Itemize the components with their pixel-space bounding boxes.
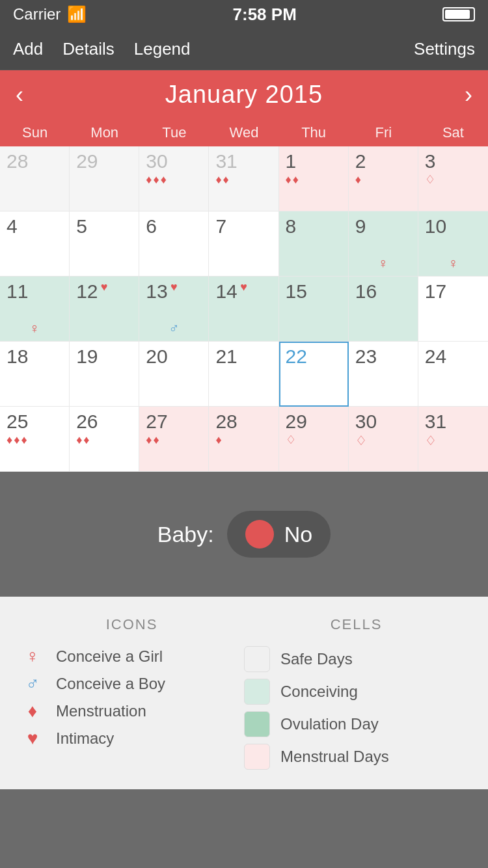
menstruation-drop-icon: ♦ [146, 434, 152, 446]
calendar-cell[interactable]: 18 [0, 342, 70, 407]
legend-icon-label: Intimacy [56, 729, 114, 748]
menstruation-drop-icon: ♦ [7, 434, 12, 446]
legend-cell-item: Ovulation Day [244, 711, 468, 737]
status-left: Carrier 📶 [13, 5, 87, 23]
calendar-cell[interactable]: 29♢ [279, 407, 349, 472]
calendar-cell[interactable]: 7 [209, 211, 278, 277]
female-gender-icon: ♀ [378, 255, 389, 272]
day-number: 28 [215, 412, 271, 431]
calendar-cell[interactable]: 28♦ [209, 407, 278, 472]
calendar-cell[interactable]: 3♢ [418, 146, 488, 211]
calendar-cell[interactable]: 9♀ [349, 211, 418, 277]
baby-section: Baby: No [0, 472, 488, 597]
menstruation-drop-icon: ♦ [76, 434, 82, 446]
day-number: 19 [76, 347, 132, 366]
calendar-cell[interactable]: 31♦♦ [209, 146, 278, 211]
day-number: 30 [146, 152, 202, 171]
calendar-cell[interactable]: 2♦ [349, 146, 418, 211]
calendar-cell[interactable]: 25♦♦♦ [0, 407, 70, 472]
calendar-cell[interactable]: 6 [139, 211, 209, 277]
day-number: 29 [286, 412, 342, 431]
menstruation-drop-icon: ♦ [14, 434, 20, 446]
details-button[interactable]: Details [62, 39, 114, 59]
legend-cell-item: Conceiving [244, 679, 468, 705]
day-number: 11 [7, 282, 62, 301]
calendar-cell[interactable]: 22 [279, 342, 349, 407]
legend-icon-label: Conceive a Girl [56, 647, 163, 666]
calendar-grid: 282930♦♦♦31♦♦1♦♦2♦3♢456789♀10♀11♀♥12♥13♂… [0, 146, 488, 472]
day-number: 15 [286, 282, 342, 301]
day-number: 24 [425, 347, 481, 366]
calendar-cell[interactable]: 23 [349, 342, 418, 407]
day-wed: Wed [209, 119, 278, 146]
day-number: 22 [286, 347, 342, 366]
next-month-button[interactable]: › [465, 81, 472, 109]
day-sun: Sun [0, 119, 70, 146]
calendar-cell[interactable]: 8 [279, 211, 349, 277]
calendar-cell[interactable]: 27♦♦ [139, 407, 209, 472]
calendar-cell[interactable]: 11♀ [0, 277, 70, 342]
calendar-cell[interactable]: ♥13♂ [139, 277, 209, 342]
calendar-cell[interactable]: 24 [418, 342, 488, 407]
menstruation-drop-icon: ♦ [215, 174, 221, 185]
legend-male-icon: ♂ [20, 673, 46, 694]
legend-cell-swatch [244, 646, 270, 672]
menstruation-drop-icon: ♢ [286, 434, 296, 446]
day-number: 31 [215, 152, 271, 171]
calendar-cell[interactable]: 4 [0, 211, 70, 277]
status-time: 7:58 PM [233, 5, 297, 25]
calendar-cell[interactable]: 17 [418, 277, 488, 342]
menstruation-drop-icon: ♦ [153, 434, 159, 446]
calendar-cell[interactable]: 5 [70, 211, 139, 277]
day-number: 16 [355, 282, 411, 301]
legend-icon-item: ♥Intimacy [20, 728, 244, 749]
legend-cell-swatch [244, 711, 270, 737]
calendar-cell[interactable]: ♥12 [70, 277, 139, 342]
day-number: 2 [355, 152, 411, 171]
legend-icon-item: ♀Conceive a Girl [20, 646, 244, 667]
legend-cell-label: Conceiving [280, 683, 358, 701]
calendar-header: ‹ January 2015 › Sun Mon Tue Wed Thu Fri… [0, 70, 488, 146]
calendar-cell[interactable]: 26♦♦ [70, 407, 139, 472]
legend-icon-label: Conceive a Boy [56, 675, 165, 693]
legend-items: ♀Conceive a Girl♂Conceive a Boy♦Menstrua… [20, 646, 468, 770]
menstruation-drop-icon: ♦ [286, 174, 291, 185]
calendar-cell[interactable]: 30♦♦♦ [139, 146, 209, 211]
legend-cells-col: Safe DaysConceivingOvulation DayMenstrua… [244, 646, 468, 770]
calendar-cell[interactable]: 19 [70, 342, 139, 407]
day-number: 5 [76, 217, 132, 236]
add-button[interactable]: Add [13, 39, 43, 59]
legend-cell-swatch [244, 679, 270, 705]
day-number: 1 [286, 152, 342, 171]
legend-heart-icon: ♥ [20, 728, 46, 749]
legend-icon-label: Menstruation [56, 702, 146, 720]
calendar-cell[interactable]: 16 [349, 277, 418, 342]
legend-button[interactable]: Legend [134, 39, 191, 59]
cells-title: CELLS [244, 616, 468, 633]
calendar-cell[interactable]: 31♢ [418, 407, 488, 472]
day-number: 8 [286, 217, 342, 236]
day-headers-row: Sun Mon Tue Wed Thu Fri Sat [0, 119, 488, 146]
legend-cell-item: Safe Days [244, 646, 468, 672]
calendar-cell[interactable]: ♥14 [209, 277, 278, 342]
menstruation-drop-icon: ♦ [21, 434, 27, 446]
settings-button[interactable]: Settings [414, 39, 475, 59]
calendar-cell[interactable]: 21 [209, 342, 278, 407]
calendar-cell[interactable]: 10♀ [418, 211, 488, 277]
calendar-cell[interactable]: 29 [70, 146, 139, 211]
menstruation-drop-icon: ♦ [293, 174, 299, 185]
icons-title: ICONS [20, 616, 244, 633]
prev-month-button[interactable]: ‹ [16, 81, 23, 109]
male-gender-icon: ♂ [169, 320, 180, 337]
calendar-cell[interactable]: 28 [0, 146, 70, 211]
day-number: 17 [425, 282, 481, 301]
legend-cell-label: Safe Days [280, 650, 353, 668]
calendar-cell[interactable]: 20 [139, 342, 209, 407]
calendar-cell[interactable]: 30♢ [349, 407, 418, 472]
baby-toggle[interactable]: No [227, 511, 331, 558]
calendar-cell[interactable]: 15 [279, 277, 349, 342]
day-number: 21 [215, 347, 271, 366]
calendar-cell[interactable]: 1♦♦ [279, 146, 349, 211]
menstruation-drop-icon: ♢ [355, 434, 367, 447]
day-thu: Thu [279, 119, 349, 146]
